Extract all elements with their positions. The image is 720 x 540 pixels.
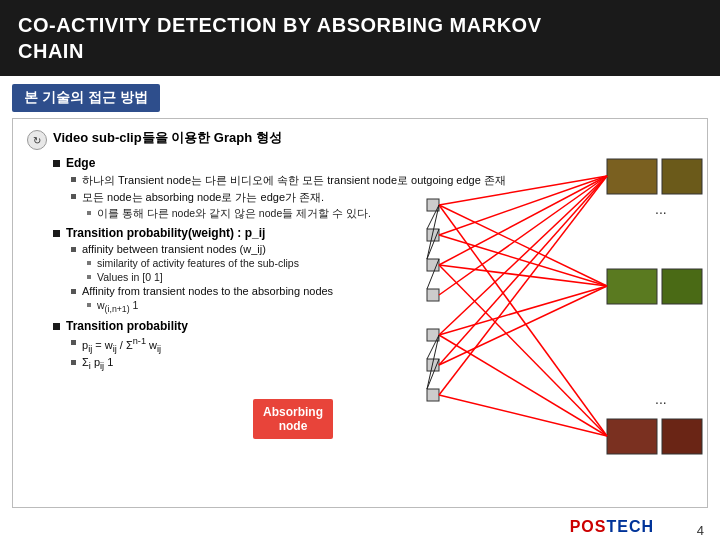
sq-sm-6 [71, 360, 76, 365]
graph-svg: ... ... [407, 139, 707, 489]
svg-text:...: ... [655, 391, 667, 407]
thumb-5 [607, 419, 657, 454]
red-line-12 [439, 286, 607, 365]
tpw-child-1-text: affinity between transient nodes (w_ij) [82, 243, 266, 255]
content-area: ↻ Video sub-clip들을 이용한 Graph 형성 Edge 하나의… [12, 118, 708, 508]
edge-label: Edge [66, 156, 95, 170]
red-line-2 [439, 176, 607, 235]
page-number: 4 [697, 523, 704, 538]
tp-child-1-text: pij = wij / Σn-1 wij [82, 336, 161, 354]
bullet-icon-circle: ↻ [27, 130, 47, 150]
sq-bullet-edge [53, 160, 60, 167]
tpw-l3-3-text: w(i,n+1) 1 [97, 299, 138, 314]
sq-sm-3 [71, 247, 76, 252]
logo-pos: POS [570, 518, 607, 536]
sq-sm-2 [71, 194, 76, 199]
edge-l3-1-text: 이를 통해 다른 node와 같지 않은 node들 제거할 수 있다. [97, 207, 371, 221]
top-bullet-text: Video sub-clip들을 이용한 Graph 형성 [53, 129, 282, 147]
edge-child-2-text: 모든 node는 absorbing node로 가는 edge가 존재. [82, 190, 324, 205]
sq-sm-4 [71, 289, 76, 294]
red-line-8 [439, 205, 607, 286]
absorbing-node-label: Absorbingnode [253, 399, 333, 439]
tpw-l3-2-text: Values in [0 1] [97, 271, 163, 283]
red-line-7 [439, 176, 607, 395]
graph-visualization: ... ... [407, 139, 707, 489]
red-line-10 [439, 265, 607, 286]
svg-text:...: ... [655, 201, 667, 217]
tpw-label: Transition probability(weight) : p_ij [66, 226, 265, 240]
thumb-3 [607, 269, 657, 304]
sq-sm-5 [71, 340, 76, 345]
sq-xs-4 [87, 303, 91, 307]
logo-tech: TECH [606, 518, 654, 536]
header-line1: CO-ACTIVITY DETECTION BY ABSORBING MARKO… [18, 12, 702, 38]
thumb-1 [607, 159, 657, 194]
thumb-6 [662, 419, 702, 454]
red-line-3 [439, 176, 607, 265]
transient-4 [427, 289, 439, 301]
tpw-l3-1-text: similarity of activity features of the s… [97, 257, 299, 269]
transient-7 [427, 389, 439, 401]
red-line-6 [439, 176, 607, 365]
sq-xs-2 [87, 261, 91, 265]
tpw-child-2-text: Affinity from transient nodes to the abs… [82, 285, 333, 297]
thumb-4 [662, 269, 702, 304]
postech-logo: POS TECH [570, 518, 654, 536]
transient-3 [427, 259, 439, 271]
tp-child-2-text: Σi pij 1 [82, 356, 113, 371]
tp-label: Transition probability [66, 319, 188, 333]
header-line2: CHAIN [18, 38, 702, 64]
page-header: CO-ACTIVITY DETECTION BY ABSORBING MARKO… [0, 0, 720, 76]
sq-xs-3 [87, 275, 91, 279]
red-line-9 [439, 235, 607, 286]
footer: POS TECH 4 [0, 508, 720, 540]
sq-bullet-tpw [53, 230, 60, 237]
sq-bullet-tp [53, 323, 60, 330]
red-line-4 [439, 176, 607, 295]
section-title: 본 기술의 접근 방법 [12, 84, 160, 112]
thumb-2 [662, 159, 702, 194]
sq-sm-1 [71, 177, 76, 182]
sq-xs-1 [87, 211, 91, 215]
